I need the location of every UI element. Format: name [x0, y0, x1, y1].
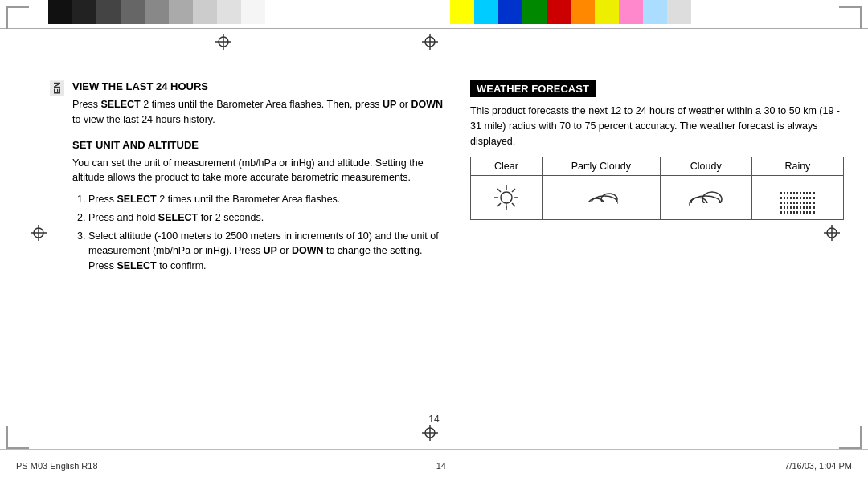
section2-para: You can set the unit of measurement (mb/…	[72, 156, 446, 186]
corner-mark-tr	[839, 6, 862, 29]
col-header-cloudy: Cloudy	[660, 157, 751, 176]
list-item: Press and hold SELECT for 2 seconds.	[88, 210, 446, 226]
svg-rect-33	[690, 203, 723, 213]
color-bar-right	[450, 0, 691, 24]
footer-center: 14	[436, 461, 446, 471]
svg-line-23	[497, 203, 501, 206]
corner-mark-tl	[6, 6, 29, 29]
footer-right: 7/16/03, 1:04 PM	[784, 461, 852, 471]
left-column: VIEW THE LAST 24 HOURS Press SELECT 2 ti…	[72, 80, 446, 441]
corner-mark-bl	[6, 426, 29, 449]
col-header-partly-cloudy: Partly Cloudy	[542, 157, 660, 176]
footer-left: PS M03 English R18	[16, 461, 98, 471]
section1-para: Press SELECT 2 times until the Barometer…	[72, 97, 446, 128]
icon-partly-cloudy	[542, 176, 660, 220]
page-number: 14	[428, 414, 439, 425]
list-item: Select altitude (-100 meters to 2500 met…	[88, 229, 446, 274]
svg-line-21	[512, 203, 515, 206]
top-divider	[0, 28, 868, 29]
language-label: EN	[50, 80, 64, 96]
weather-forecast-title: WEATHER FORECAST	[470, 80, 596, 97]
section2-title: SET UNIT AND ALTITUDE	[72, 139, 446, 151]
list-item: Press SELECT 2 times until the Barometer…	[88, 192, 446, 207]
icon-clear	[471, 176, 542, 220]
icon-cloudy	[660, 176, 751, 220]
main-content: VIEW THE LAST 24 HOURS Press SELECT 2 ti…	[72, 80, 844, 441]
weather-table: Clear Partly Cloudy Cloudy Rainy	[470, 157, 844, 220]
color-bar-left	[48, 0, 265, 24]
svg-line-22	[512, 189, 515, 192]
icon-rainy	[751, 176, 843, 220]
svg-line-20	[497, 189, 501, 192]
svg-point-15	[501, 192, 512, 203]
right-column: WEATHER FORECAST This product forecasts …	[470, 80, 844, 441]
footer: PS M03 English R18 14 7/16/03, 1:04 PM	[0, 449, 868, 481]
col-header-rainy: Rainy	[751, 157, 843, 176]
crosshair-mid-left	[31, 225, 47, 241]
weather-forecast-para: This product forecasts the next 12 to 24…	[470, 104, 844, 149]
crosshair-top-center	[422, 34, 438, 50]
crosshair-top-left	[215, 34, 231, 50]
steps-list: Press SELECT 2 times until the Barometer…	[72, 192, 446, 274]
col-header-clear: Clear	[471, 157, 542, 176]
section1-title: VIEW THE LAST 24 HOURS	[72, 80, 446, 92]
